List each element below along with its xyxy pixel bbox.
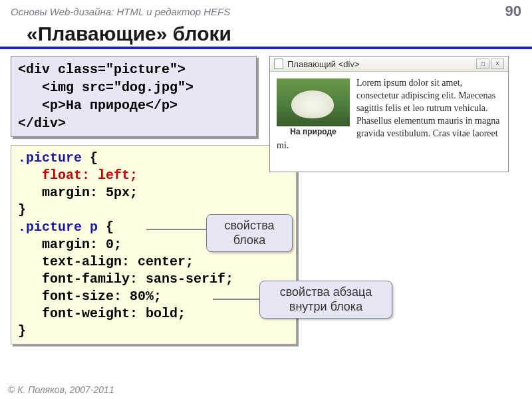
- page-title: «Плавающие» блоки: [0, 20, 532, 49]
- slide-header: Основы Web-дизайна: HTML и редактор HEFS…: [0, 0, 532, 20]
- main-area: <div class="picture"> <img src="dog.jpg"…: [0, 56, 532, 344]
- browser-body: На природе Lorem ipsum dolor sit amet, c…: [270, 72, 508, 172]
- code-line: </div>: [18, 116, 66, 131]
- code-line: <p>На природе</p>: [18, 98, 178, 113]
- picture-block: На природе: [277, 78, 350, 137]
- footer-copyright: © К. Поляков, 2007-2011: [8, 384, 114, 395]
- brace: {: [82, 150, 98, 166]
- code-line: <div class="picture">: [18, 62, 186, 77]
- image-caption: На природе: [277, 126, 350, 137]
- page-number: 90: [505, 3, 521, 20]
- breadcrumb: Основы Web-дизайна: HTML и редактор HEFS: [11, 6, 230, 17]
- callout-block-props: свойства блока: [206, 214, 293, 252]
- connector-line: [146, 229, 206, 230]
- window-buttons: □ ×: [476, 59, 504, 69]
- connector-line: [213, 299, 259, 300]
- document-icon: [274, 59, 283, 69]
- css-prop: margin: 0;: [18, 237, 122, 252]
- css-prop: float: left;: [18, 168, 138, 183]
- callout-paragraph-props: свойства абзаца внутри блока: [259, 281, 392, 319]
- css-prop: text-align: center;: [18, 254, 194, 269]
- window-title: Плавающий <div>: [287, 59, 360, 69]
- close-icon[interactable]: ×: [491, 59, 504, 69]
- selector: .picture p: [18, 219, 98, 235]
- browser-preview: Плавающий <div> □ × На природе Lorem ips…: [269, 56, 509, 172]
- callout-text: свойства блока: [224, 219, 274, 247]
- css-prop: margin: 5px;: [18, 185, 138, 200]
- browser-titlebar: Плавающий <div> □ ×: [270, 57, 508, 72]
- dog-image: [277, 78, 350, 126]
- restore-icon[interactable]: □: [476, 59, 489, 69]
- brace: {: [98, 219, 114, 235]
- css-prop: font-size: 80%;: [18, 289, 162, 304]
- code-line: <img src="dog.jpg">: [18, 80, 194, 95]
- callout-text: свойства абзаца внутри блока: [280, 285, 372, 313]
- brace: }: [18, 323, 26, 338]
- html-code-box: <div class="picture"> <img src="dog.jpg"…: [11, 56, 257, 137]
- brace: }: [18, 202, 26, 217]
- selector: .picture: [18, 150, 82, 166]
- css-prop: font-weight: bold;: [18, 306, 186, 321]
- css-prop: font-family: sans-serif;: [18, 271, 233, 287]
